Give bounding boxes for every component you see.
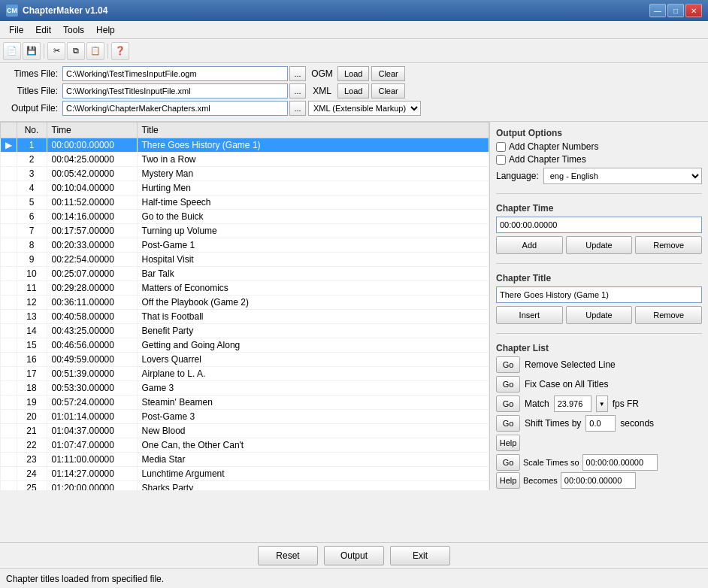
output-format-select[interactable]: XML (Extensible Markup) OGM MatroskaXML — [308, 101, 421, 116]
table-row[interactable]: 16 00:49:59.00000 Lovers Quarrel — [1, 353, 489, 367]
table-row[interactable]: 12 00:36:11.00000 Off the Playbook (Game… — [1, 296, 489, 310]
save-button[interactable]: 💾 — [23, 42, 41, 60]
output-button[interactable]: Output — [324, 546, 384, 565]
row-time-cell: 00:43:25.00000 — [47, 324, 137, 338]
table-row[interactable]: 9 00:22:54.00000 Hospital Visit — [1, 253, 489, 267]
seconds-label: seconds — [620, 418, 654, 429]
scale-times-section: Go Scale Times so Help Becomes — [496, 454, 702, 489]
chapter-title-input[interactable] — [496, 286, 702, 303]
fix-case-row: Go Fix Case on All Titles — [496, 376, 702, 393]
row-time-cell: 00:05:42.00000 — [47, 167, 137, 181]
table-row[interactable]: 7 00:17:57.00000 Turning up Volume — [1, 224, 489, 238]
table-row[interactable]: 4 00:10:04.00000 Hurting Men — [1, 181, 489, 195]
output-browse-button[interactable]: ... — [289, 101, 306, 116]
table-row[interactable]: 19 00:57:24.00000 Steamin' Beamen — [1, 396, 489, 410]
table-row[interactable]: 13 00:40:58.00000 That is Football — [1, 310, 489, 324]
table-row[interactable]: 2 00:04:25.00000 Two in a Row — [1, 153, 489, 167]
help-toolbar-button[interactable]: ❓ — [111, 42, 129, 60]
table-row[interactable]: 14 00:43:25.00000 Benefit Party — [1, 324, 489, 338]
row-time-cell: 01:20:00.00000 — [47, 481, 137, 491]
chapter-time-remove-button[interactable]: Remove — [635, 236, 702, 254]
chapter-title-remove-button[interactable]: Remove — [635, 306, 702, 324]
add-chapter-numbers-checkbox[interactable] — [496, 142, 506, 152]
row-title-cell: Post-Game 3 — [137, 410, 489, 424]
table-row[interactable]: 22 01:07:47.00000 One Can, the Other Can… — [1, 438, 489, 453]
times-clear-button[interactable]: Clear — [371, 66, 404, 81]
add-chapter-times-checkbox[interactable] — [496, 155, 506, 165]
chapter-time-input[interactable] — [496, 217, 702, 233]
right-panel: Output Options Add Chapter Numbers Add C… — [490, 122, 708, 490]
paste-button[interactable]: 📋 — [86, 42, 104, 60]
fps-spinner[interactable]: ▼ — [596, 396, 608, 412]
times-load-button[interactable]: Load — [337, 66, 369, 81]
row-arrow-cell: ▶ — [1, 138, 17, 153]
table-row[interactable]: 17 00:51:39.00000 Airplane to L. A. — [1, 367, 489, 381]
scale-go-button[interactable]: Go — [496, 454, 520, 471]
chapter-title-update-button[interactable]: Update — [566, 306, 633, 324]
new-button[interactable]: 📄 — [3, 42, 21, 60]
row-time-cell: 00:40:58.00000 — [47, 310, 137, 324]
menu-help[interactable]: Help — [90, 23, 121, 37]
table-row[interactable]: 8 00:20:33.00000 Post-Game 1 — [1, 238, 489, 253]
language-select[interactable]: eng - English — [543, 168, 702, 184]
table-row[interactable]: 21 01:04:37.00000 New Blood — [1, 424, 489, 438]
row-time-cell: 00:57:24.00000 — [47, 396, 137, 410]
table-row[interactable]: ▶ 1 00:00:00.00000 There Goes History (G… — [1, 138, 489, 153]
table-row[interactable]: 24 01:14:27.00000 Lunchtime Argument — [1, 467, 489, 481]
scale-value1-input[interactable] — [582, 454, 658, 471]
shift-input[interactable] — [585, 415, 616, 432]
row-arrow-cell — [1, 253, 17, 267]
fps-input[interactable] — [554, 396, 592, 412]
reset-button[interactable]: Reset — [258, 546, 318, 565]
cut-button[interactable]: ✂ — [47, 42, 65, 60]
output-file-label: Output File: — [6, 103, 62, 114]
table-row[interactable]: 25 01:20:00.00000 Sharks Party — [1, 481, 489, 491]
table-row[interactable]: 18 00:53:30.00000 Game 3 — [1, 381, 489, 396]
times-browse-button[interactable]: ... — [289, 66, 306, 81]
row-arrow-cell — [1, 238, 17, 253]
menu-tools[interactable]: Tools — [57, 23, 90, 37]
table-row[interactable]: 3 00:05:42.00000 Mystery Man — [1, 167, 489, 181]
match-go-button[interactable]: Go — [496, 396, 520, 412]
row-title-cell: That is Football — [137, 310, 489, 324]
row-arrow-cell — [1, 167, 17, 181]
chapter-title-section: Chapter Title Insert Update Remove — [496, 273, 702, 324]
times-file-path[interactable] — [62, 66, 288, 81]
row-no-cell: 18 — [17, 381, 47, 396]
titles-clear-button[interactable]: Clear — [371, 83, 404, 99]
titles-browse-button[interactable]: ... — [289, 83, 306, 99]
fix-case-go-button[interactable]: Go — [496, 376, 520, 393]
menu-edit[interactable]: Edit — [29, 23, 57, 37]
maximize-button[interactable]: □ — [667, 4, 684, 17]
output-file-path[interactable] — [62, 101, 288, 116]
chapter-time-add-button[interactable]: Add — [496, 236, 563, 254]
chapter-time-update-button[interactable]: Update — [566, 236, 633, 254]
menu-file[interactable]: File — [3, 23, 29, 37]
table-row[interactable]: 23 01:11:00.00000 Media Star — [1, 453, 489, 467]
copy-button[interactable]: ⧉ — [67, 42, 85, 60]
table-row[interactable]: 6 00:14:16.00000 Go to the Buick — [1, 210, 489, 224]
row-title-cell: Getting and Going Along — [137, 338, 489, 353]
row-time-cell: 00:14:16.00000 — [47, 210, 137, 224]
table-row[interactable]: 10 00:25:07.00000 Bar Talk — [1, 267, 489, 281]
scale-value2-input[interactable] — [561, 472, 636, 489]
table-row[interactable]: 15 00:46:56.00000 Getting and Going Alon… — [1, 338, 489, 353]
row-no-cell: 3 — [17, 167, 47, 181]
table-row[interactable]: 11 00:29:28.00000 Matters of Economics — [1, 281, 489, 296]
col-header-title: Title — [137, 123, 489, 138]
chapter-list-section: Chapter List Go Remove Selected Line Go … — [496, 343, 702, 490]
table-row[interactable]: 5 00:11:52.00000 Half-time Speech — [1, 195, 489, 210]
chapter-title-insert-button[interactable]: Insert — [496, 306, 563, 324]
shift-go-button[interactable]: Go — [496, 415, 520, 432]
exit-button[interactable]: Exit — [390, 546, 450, 565]
remove-selected-go-button[interactable]: Go — [496, 356, 520, 373]
titles-load-button[interactable]: Load — [337, 83, 369, 99]
scale-help-button[interactable]: Help — [496, 472, 520, 489]
shift-help-button[interactable]: Help — [496, 435, 520, 451]
close-button[interactable]: ✕ — [685, 4, 702, 17]
minimize-button[interactable]: — — [649, 4, 666, 17]
titles-file-path[interactable] — [62, 83, 288, 99]
table-container[interactable]: No. Time Title ▶ 1 00:00:00.00000 There … — [0, 122, 489, 490]
divider-3 — [496, 333, 702, 334]
table-row[interactable]: 20 01:01:14.00000 Post-Game 3 — [1, 410, 489, 424]
